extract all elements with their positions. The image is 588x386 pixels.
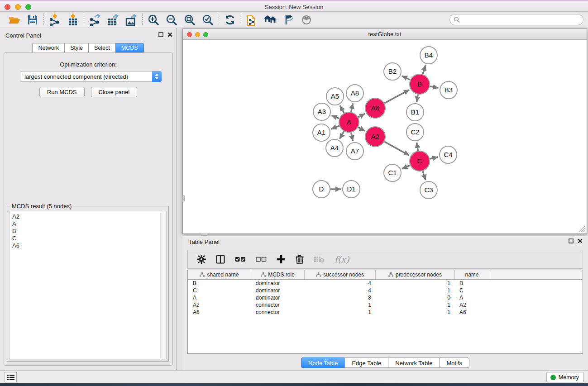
network-from-selection-button[interactable] [243, 13, 261, 27]
run-mcds-button[interactable]: Run MCDS [39, 87, 85, 97]
edge-C-C2[interactable] [417, 143, 418, 151]
node-A5[interactable]: A5 [326, 88, 344, 105]
close-panel-icon[interactable] [578, 238, 583, 243]
node-A2[interactable]: A2 [365, 127, 385, 147]
column-header-successor-nodes[interactable]: successor nodes [305, 270, 376, 279]
edge-B-B4[interactable] [423, 65, 425, 74]
edge-A-A5[interactable] [340, 105, 344, 113]
import-table-button[interactable] [64, 13, 82, 27]
node-B1[interactable]: B1 [406, 104, 424, 121]
column-header-MCDS-role[interactable]: MCDS role [251, 270, 305, 279]
node-C[interactable]: C [410, 151, 430, 171]
mcds-result-scrollbar[interactable] [161, 211, 167, 359]
checked-boxes-icon[interactable] [235, 256, 246, 262]
node-B4[interactable]: B4 [420, 47, 437, 64]
node-A6[interactable]: A6 [365, 98, 385, 118]
table-row[interactable]: Bdominator41B [188, 280, 583, 287]
node-C2[interactable]: C2 [406, 124, 424, 141]
open-session-button[interactable] [5, 13, 24, 27]
edge-A-A1[interactable] [331, 126, 339, 129]
column-header-shared-name[interactable]: shared name [188, 270, 251, 279]
node-A4[interactable]: A4 [326, 139, 343, 157]
tab-network[interactable]: Network [32, 43, 64, 53]
mcds-result-item[interactable]: B [12, 228, 160, 235]
export-image-button[interactable] [122, 13, 140, 27]
delete-table-icon[interactable] [314, 256, 325, 263]
export-table-button[interactable] [104, 13, 122, 27]
memory-button[interactable]: Memory [546, 372, 584, 382]
mcds-result-item[interactable]: A2 [12, 213, 160, 220]
edge-A-A3[interactable] [332, 115, 339, 119]
columns-icon[interactable] [216, 255, 225, 264]
export-network-button[interactable] [86, 13, 104, 27]
function-builder-button[interactable]: f(x) [335, 254, 349, 264]
node-A1[interactable]: A1 [313, 124, 330, 141]
close-panel-icon[interactable] [167, 32, 172, 37]
edge-B-B3[interactable] [430, 86, 439, 88]
edge-C-C3[interactable] [423, 171, 425, 180]
edge-A-A4[interactable] [339, 131, 344, 139]
node-C1[interactable]: C1 [384, 164, 401, 181]
tab-select[interactable]: Select [88, 43, 115, 53]
node-A3[interactable]: A3 [313, 103, 330, 120]
split-divider-handle[interactable] [201, 234, 207, 236]
table-row[interactable]: Cdominator41C [188, 287, 583, 294]
float-panel-icon[interactable] [158, 32, 163, 37]
plus-icon[interactable] [277, 255, 286, 264]
node-D[interactable]: D [313, 181, 330, 198]
tab-network-table[interactable]: Network Table [388, 357, 439, 368]
node-C4[interactable]: C4 [440, 146, 457, 163]
node-B2[interactable]: B2 [384, 63, 401, 80]
save-session-button[interactable] [24, 13, 42, 27]
node-B[interactable]: B [410, 74, 430, 94]
zoom-out-button[interactable] [163, 13, 181, 27]
mcds-result-item[interactable]: C [12, 235, 160, 242]
node-D1[interactable]: D1 [343, 181, 360, 198]
show-all-networks-button[interactable] [261, 13, 279, 27]
optimization-criterion-select[interactable]: largest connected component (directed) [20, 71, 162, 82]
zoom-in-button[interactable] [144, 13, 163, 27]
resize-grip-icon[interactable] [579, 226, 585, 232]
search-input[interactable] [460, 15, 583, 24]
mcds-result-item[interactable]: A6 [12, 242, 160, 249]
node-A7[interactable]: A7 [346, 143, 363, 160]
edge-C-C1[interactable] [402, 165, 410, 169]
column-header-name[interactable]: name [455, 270, 489, 279]
edge-B-B2[interactable] [402, 76, 410, 80]
zoom-fit-button[interactable] [181, 13, 199, 27]
edge-A-A6[interactable] [358, 114, 365, 117]
gear-icon[interactable] [197, 255, 206, 264]
tab-motifs[interactable]: Motifs [439, 357, 469, 368]
table-row[interactable]: A2connector11A2 [188, 301, 583, 309]
node-A8[interactable]: A8 [346, 85, 363, 102]
refresh-button[interactable] [221, 13, 239, 27]
column-header-predecessor-nodes[interactable]: predecessor nodes [376, 270, 455, 279]
close-panel-button[interactable]: Close panel [91, 87, 138, 97]
edge-A-A8[interactable] [351, 104, 353, 112]
mcds-result-list[interactable]: A2ABCA6 [9, 211, 160, 359]
split-divider-handle[interactable] [182, 195, 185, 201]
node-C3[interactable]: C3 [420, 181, 437, 199]
graphics-details-button[interactable] [279, 13, 297, 27]
tab-edge-table[interactable]: Edge Table [344, 357, 388, 368]
tab-style[interactable]: Style [64, 43, 88, 53]
table-row[interactable]: Adominator80A [188, 294, 583, 301]
network-canvas[interactable]: B4B2BB3A8A5A6A3B1AC2A1A2A4A7C4CC1C3DD1 [183, 40, 586, 233]
trash-icon[interactable] [296, 255, 304, 264]
tab-node-table[interactable]: Node Table [301, 357, 345, 368]
float-panel-icon[interactable] [569, 238, 574, 243]
node-A[interactable]: A [339, 112, 359, 132]
tab-mcds[interactable]: MCDS [115, 43, 144, 53]
unchecked-boxes-icon[interactable] [256, 256, 267, 262]
zoom-selected-button[interactable] [199, 13, 217, 27]
edge-A6-B[interactable] [384, 90, 409, 103]
mcds-result-item[interactable]: A [12, 220, 160, 228]
import-network-button[interactable] [46, 13, 64, 27]
edge-B-B1[interactable] [417, 95, 418, 102]
edge-C-C4[interactable] [430, 157, 438, 159]
edge-A2-C[interactable] [384, 142, 409, 155]
edge-A-A7[interactable] [351, 133, 353, 141]
task-history-button[interactable] [5, 372, 17, 382]
node-B3[interactable]: B3 [440, 81, 457, 99]
vizmapper-preview-button[interactable] [297, 13, 316, 27]
